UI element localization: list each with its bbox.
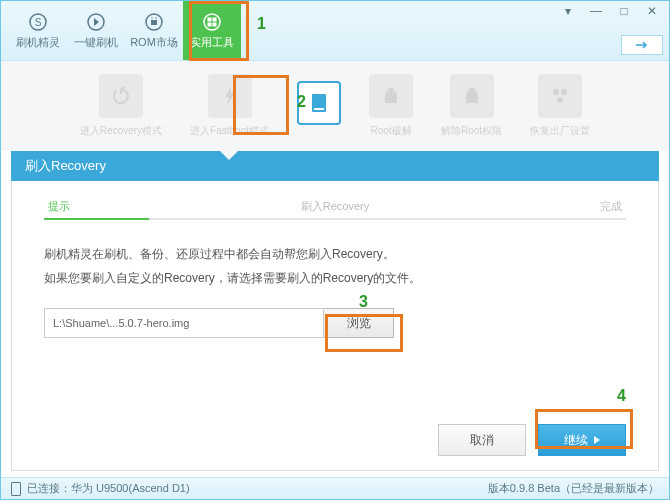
file-path-input[interactable] [44, 308, 324, 338]
svg-rect-13 [314, 108, 324, 110]
circle-s-icon: S [27, 11, 49, 33]
tool-label: 恢复出厂设置 [530, 124, 590, 138]
svg-point-15 [393, 90, 395, 92]
svg-point-5 [151, 17, 152, 18]
step-progress [44, 218, 626, 220]
tool-unroot[interactable]: 解除Root权限 [441, 74, 502, 138]
step-labels: 提示 刷入Recovery 完成 [44, 199, 626, 214]
maximize-icon[interactable]: □ [611, 3, 637, 19]
instruction-line: 如果您要刷入自定义的Recovery，请选择需要刷入的Recovery的文件。 [44, 266, 626, 290]
step-3: 完成 [600, 199, 622, 214]
tool-flash-recovery[interactable] [297, 81, 341, 131]
nav-label: 一键刷机 [74, 35, 118, 50]
continue-button[interactable]: 继续 [538, 424, 626, 456]
svg-point-18 [553, 89, 559, 95]
version-text: 版本0.9.8 Beta（已经是最新版本） [488, 481, 659, 496]
instruction-text: 刷机精灵在刷机、备份、还原过程中都会自动帮您刷入Recovery。 如果您要刷入… [44, 242, 626, 290]
connection-status: 已连接：华为 U9500(Ascend D1) [27, 481, 190, 496]
tool-label: 进入Fastboot模式 [190, 124, 269, 138]
forward-button[interactable] [621, 35, 663, 55]
nav-flash[interactable]: S 刷机精灵 [9, 1, 67, 60]
tool-row: 进入Recovery模式 进入Fastboot模式 Root破解 解除Root权… [1, 61, 669, 151]
step-2: 刷入Recovery [301, 199, 369, 214]
play-icon [594, 436, 600, 444]
device-icon [11, 482, 21, 496]
svg-rect-11 [213, 23, 216, 26]
svg-rect-8 [208, 18, 211, 21]
nav-rom[interactable]: ROM市场 [125, 1, 183, 60]
nav-tools[interactable]: 实用工具 [183, 1, 241, 60]
grid-icon [201, 11, 223, 33]
tool-label: Root破解 [370, 124, 411, 138]
cancel-button[interactable]: 取消 [438, 424, 526, 456]
svg-point-16 [468, 90, 470, 92]
instruction-line: 刷机精灵在刷机、备份、还原过程中都会自动帮您刷入Recovery。 [44, 242, 626, 266]
svg-point-20 [557, 97, 563, 103]
file-selector: 浏览 [44, 308, 626, 338]
browse-button[interactable]: 浏览 [324, 308, 394, 338]
svg-point-6 [155, 17, 156, 18]
action-buttons: 取消 继续 [44, 424, 626, 456]
svg-point-19 [561, 89, 567, 95]
nav-label: 刷机精灵 [16, 35, 60, 50]
svg-point-7 [204, 14, 220, 30]
tool-factory-reset[interactable]: 恢复出厂设置 [530, 74, 590, 138]
status-bar: 已连接：华为 U9500(Ascend D1) 版本0.9.8 Beta（已经是… [1, 477, 669, 499]
menu-dropdown-icon[interactable]: ▾ [555, 3, 581, 19]
title-bar: S 刷机精灵 一键刷机 ROM市场 实用工具 ▾ — □ ✕ [1, 1, 669, 61]
continue-label: 继续 [564, 432, 588, 449]
main-nav: S 刷机精灵 一键刷机 ROM市场 实用工具 [1, 1, 241, 60]
tool-label: 解除Root权限 [441, 124, 502, 138]
svg-rect-9 [213, 18, 216, 21]
nav-label: ROM市场 [130, 35, 178, 50]
nav-label: 实用工具 [190, 35, 234, 50]
play-circle-icon [85, 11, 107, 33]
close-icon[interactable]: ✕ [639, 3, 665, 19]
svg-point-17 [474, 90, 476, 92]
android-icon [143, 11, 165, 33]
panel-title: 刷入Recovery [11, 151, 659, 181]
svg-point-14 [387, 90, 389, 92]
step-1: 提示 [48, 199, 70, 214]
svg-text:S: S [35, 17, 42, 28]
tool-fastboot-mode[interactable]: 进入Fastboot模式 [190, 74, 269, 138]
window-controls: ▾ — □ ✕ [555, 3, 665, 19]
tool-root[interactable]: Root破解 [369, 74, 413, 138]
svg-rect-4 [151, 20, 157, 25]
svg-rect-10 [208, 23, 211, 26]
minimize-icon[interactable]: — [583, 3, 609, 19]
tool-recovery-mode[interactable]: 进入Recovery模式 [80, 74, 162, 138]
panel-body: 提示 刷入Recovery 完成 刷机精灵在刷机、备份、还原过程中都会自动帮您刷… [11, 181, 659, 471]
tool-label: 进入Recovery模式 [80, 124, 162, 138]
nav-onekey[interactable]: 一键刷机 [67, 1, 125, 60]
